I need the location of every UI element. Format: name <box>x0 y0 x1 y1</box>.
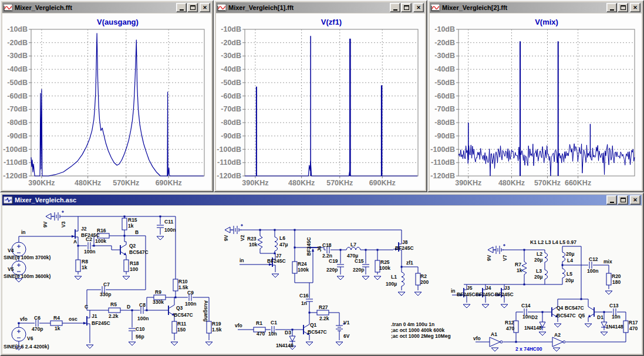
schematic-canvas[interactable]: 9VV3inJ2BF245CV4SINE(0 100m 3700k)V5SINE… <box>2 206 642 354</box>
minimize-button[interactable] <box>176 3 187 12</box>
svg-text:390KHz: 390KHz <box>28 179 55 187</box>
svg-text:1N4148: 1N4148 <box>276 343 294 348</box>
close-button[interactable]: ✕ <box>630 3 640 12</box>
svg-text:330p: 330p <box>100 291 111 297</box>
svg-text:in: in <box>21 229 26 235</box>
svg-text:zf1: zf1 <box>406 260 413 266</box>
minimize-icon <box>610 202 614 203</box>
svg-text:J2: J2 <box>81 226 87 232</box>
svg-text:vfo: vfo <box>473 335 481 341</box>
svg-text:-10dB: -10dB <box>434 25 455 33</box>
svg-text:BC547C: BC547C <box>174 312 193 318</box>
svg-text:Q3: Q3 <box>176 305 183 311</box>
svg-text:-110dB: -110dB <box>431 158 455 167</box>
svg-text:9V: 9V <box>42 221 48 228</box>
svg-text:R4: R4 <box>53 315 60 321</box>
minimize-button[interactable] <box>606 195 617 205</box>
svg-text:J4: J4 <box>485 285 491 291</box>
svg-text:100k: 100k <box>379 265 390 271</box>
svg-text:SINE(0 100m 3700k): SINE(0 100m 3700k) <box>4 255 50 260</box>
minimize-icon <box>180 9 184 11</box>
svg-text:C12: C12 <box>589 256 598 262</box>
svg-text:C10: C10 <box>136 326 145 332</box>
fft2-titlebar[interactable]: Mixer_Vergleich[1].fft ✕ <box>216 2 425 13</box>
svg-text:BC547C: BC547C <box>557 313 576 318</box>
svg-text:1k: 1k <box>128 223 134 229</box>
svg-text:56p: 56p <box>136 334 144 340</box>
svg-text:-60dB: -60dB <box>221 92 241 100</box>
svg-text:R12: R12 <box>505 320 514 326</box>
svg-text:C19: C19 <box>329 258 338 264</box>
svg-text:C7: C7 <box>103 282 110 287</box>
maximize-button[interactable] <box>187 3 198 12</box>
fft-window-2: Mixer_Vergleich[1].fft ✕ -10dB-20dB-30dB… <box>214 0 427 192</box>
svg-text:BF245C: BF245C <box>267 258 286 264</box>
svg-text:L6: L6 <box>279 235 285 241</box>
close-button[interactable]: ✕ <box>630 195 640 205</box>
svg-text:D2: D2 <box>531 314 538 320</box>
svg-text:1k: 1k <box>82 265 87 270</box>
svg-text:-120dB: -120dB <box>3 172 28 180</box>
svg-text:-100dB: -100dB <box>217 145 241 154</box>
svg-text:V7: V7 <box>502 255 508 261</box>
svg-text:100n: 100n <box>84 249 95 255</box>
fft3-title: Mixer_Vergleich[2].fft <box>442 4 605 11</box>
schematic-titlebar[interactable]: Mixer_Vergleich.asc ✕ <box>2 195 642 205</box>
svg-text:220p: 220p <box>326 267 338 273</box>
svg-text:20µ: 20µ <box>534 257 542 263</box>
close-icon: ✕ <box>633 5 638 11</box>
fft1-titlebar[interactable]: Mixer_Vergleich.fft ✕ <box>2 2 211 13</box>
svg-text:470p: 470p <box>32 326 43 332</box>
svg-text:C1: C1 <box>271 320 277 326</box>
svg-text:2 x 74HC00: 2 x 74HC00 <box>515 346 542 352</box>
fft2-plot-area[interactable]: -10dB-20dB-30dB-40dB-50dB-60dB-70dB-80dB… <box>216 13 425 190</box>
svg-text:R11: R11 <box>177 321 186 327</box>
svg-text:BC547C: BC547C <box>565 305 584 311</box>
svg-text:-50dB: -50dB <box>434 79 455 87</box>
svg-text:C13: C13 <box>609 303 619 308</box>
svg-text:10n: 10n <box>268 331 277 337</box>
maximize-button[interactable] <box>618 195 628 205</box>
svg-text:100n: 100n <box>137 316 149 321</box>
svg-text:-70dB: -70dB <box>221 105 241 113</box>
svg-text:100: 100 <box>130 266 138 272</box>
svg-text:1k: 1k <box>517 267 522 273</box>
svg-text:BC547C: BC547C <box>308 329 327 335</box>
waveform-doc-icon <box>217 4 227 12</box>
svg-text:-40dB: -40dB <box>434 65 455 73</box>
fft1-plot-area[interactable]: -10dB-20dB-30dB-40dB-50dB-60dB-70dB-80dB… <box>2 13 211 190</box>
minimize-button[interactable] <box>390 3 400 12</box>
svg-text:1k: 1k <box>55 326 60 331</box>
svg-text:-70dB: -70dB <box>7 105 28 113</box>
svg-text:-120dB: -120dB <box>217 172 241 180</box>
svg-text:L1: L1 <box>391 274 397 280</box>
maximize-button[interactable] <box>618 3 628 12</box>
waveform-doc-icon <box>431 4 440 12</box>
svg-text:V4: V4 <box>8 247 14 253</box>
svg-text:390KHz: 390KHz <box>455 179 481 187</box>
svg-text:-110dB: -110dB <box>4 158 28 167</box>
minimize-button[interactable] <box>606 3 617 12</box>
svg-text:-70dB: -70dB <box>434 105 455 113</box>
svg-text:10n: 10n <box>522 314 531 320</box>
svg-text:J6: J6 <box>316 246 322 252</box>
svg-text:-90dB: -90dB <box>434 132 455 140</box>
close-button[interactable]: ✕ <box>200 3 210 12</box>
svg-text:R20: R20 <box>612 273 621 279</box>
fft3-titlebar[interactable]: Mixer_Vergleich[2].fft ✕ <box>430 2 642 13</box>
fft3-plot-area[interactable]: -10dB-20dB-30dB-40dB-50dB-60dB-70dB-80dB… <box>430 13 642 190</box>
svg-text:100k: 100k <box>298 267 309 273</box>
svg-text:V5: V5 <box>8 266 14 272</box>
svg-text:D: D <box>127 304 130 310</box>
svg-text:480KHz: 480KHz <box>288 179 315 187</box>
svg-text:mix: mix <box>603 259 612 265</box>
svg-text:L5: L5 <box>567 271 572 277</box>
svg-text:R15: R15 <box>128 217 137 223</box>
svg-text:V(zf1): V(zf1) <box>321 18 342 26</box>
svg-text:L3: L3 <box>536 268 542 274</box>
svg-text:R18: R18 <box>130 260 139 266</box>
close-button[interactable]: ✕ <box>413 3 424 12</box>
svg-text:100k: 100k <box>95 238 106 244</box>
maximize-button[interactable] <box>401 3 412 12</box>
svg-text:SINE(0 100m 3600k): SINE(0 100m 3600k) <box>4 273 50 279</box>
